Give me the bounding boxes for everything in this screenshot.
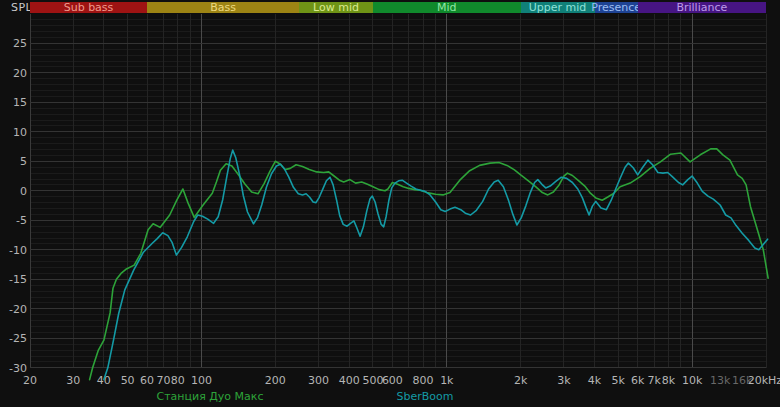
x-tick-label: 10k: [682, 374, 703, 387]
band-label: Sub bass: [64, 1, 114, 14]
x-tick-label: 100: [191, 374, 212, 387]
series-curve-0: [90, 149, 769, 380]
legend-label-0: Станция Дуо Макс: [156, 390, 263, 403]
x-tick-label: 2k: [514, 374, 528, 387]
x-tick-label: 20kHz: [748, 374, 780, 387]
y-tick-label: -10: [9, 244, 27, 257]
x-tick-label: 7k: [647, 374, 661, 387]
x-tick-label: 200: [265, 374, 286, 387]
band-label: Low mid: [313, 1, 359, 14]
y-tick-label: -15: [9, 273, 27, 286]
y-tick-label: 0: [20, 185, 27, 198]
x-tick-label: 70: [156, 374, 170, 387]
x-tick-label: 80: [171, 374, 185, 387]
band-label: Brilliance: [676, 1, 727, 14]
x-tick-label: 8k: [662, 374, 676, 387]
x-tick-label: 800: [413, 374, 434, 387]
x-tick-label: 4k: [588, 374, 602, 387]
x-tick-label: 5k: [612, 374, 626, 387]
x-tick-label: 13k: [710, 374, 731, 387]
y-tick-label: 10: [13, 126, 27, 139]
band-label: Mid: [437, 1, 457, 14]
band-label: Presence: [591, 1, 641, 14]
band-label: Bass: [210, 1, 236, 14]
x-tick-label: 60: [140, 374, 154, 387]
x-tick-label: 600: [382, 374, 403, 387]
legend-label-1: SberBoom: [397, 390, 454, 403]
y-tick-label: 5: [20, 155, 27, 168]
x-tick-label: 40: [97, 374, 111, 387]
x-tick-label: 30: [66, 374, 80, 387]
band-label: Upper mid: [529, 1, 587, 14]
x-tick-label: 500: [362, 374, 383, 387]
y-tick-label: -5: [16, 214, 27, 227]
x-tick-label: 6k: [631, 374, 645, 387]
y-tick-label: 20: [13, 67, 27, 80]
x-tick-label: 1k: [440, 374, 454, 387]
y-tick-label: -20: [9, 303, 27, 316]
x-tick-label: 50: [121, 374, 135, 387]
frequency-response-chart: SPL Sub bassBassLow midMidUpper midPrese…: [0, 0, 780, 407]
y-tick-label: 25: [13, 37, 27, 50]
y-tick-label: -25: [9, 332, 27, 345]
plot-svg: Sub bassBassLow midMidUpper midPresenceB…: [0, 0, 780, 407]
x-tick-label: 400: [339, 374, 360, 387]
x-tick-label: 20: [23, 374, 37, 387]
y-tick-label: -30: [9, 362, 27, 375]
y-tick-label: 15: [13, 96, 27, 109]
x-tick-label: 300: [308, 374, 329, 387]
x-tick-label: 3k: [557, 374, 571, 387]
